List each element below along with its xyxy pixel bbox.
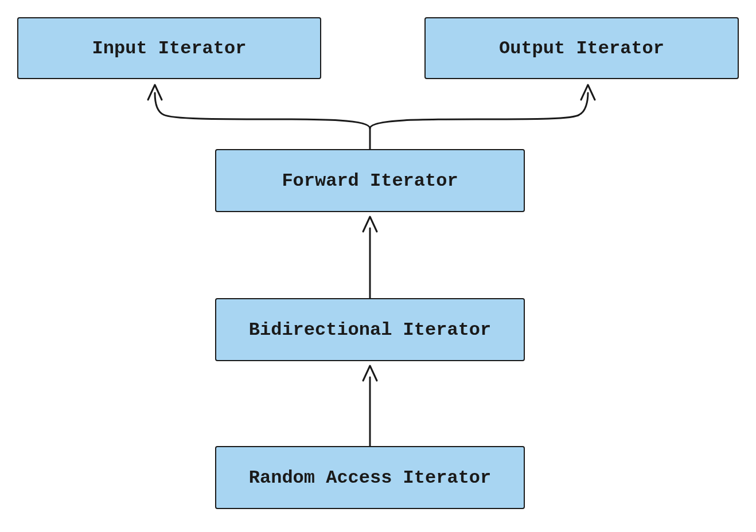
- node-label: Input Iterator: [92, 38, 247, 59]
- arrowhead-bidir: [363, 366, 377, 381]
- node-output-iterator: Output Iterator: [424, 17, 739, 79]
- node-label: Output Iterator: [499, 38, 664, 59]
- arrowhead-output: [581, 85, 595, 100]
- node-random-access-iterator: Random Access Iterator: [215, 446, 525, 509]
- edge-forward-to-input: [155, 93, 370, 149]
- node-label: Random Access Iterator: [249, 467, 491, 488]
- node-label: Forward Iterator: [282, 170, 458, 191]
- node-forward-iterator: Forward Iterator: [215, 149, 525, 212]
- arrowhead-forward: [363, 217, 377, 232]
- node-label: Bidirectional Iterator: [249, 319, 491, 341]
- node-input-iterator: Input Iterator: [17, 17, 321, 79]
- node-bidirectional-iterator: Bidirectional Iterator: [215, 298, 525, 361]
- edge-forward-to-output: [370, 93, 588, 128]
- arrowhead-input: [148, 85, 162, 100]
